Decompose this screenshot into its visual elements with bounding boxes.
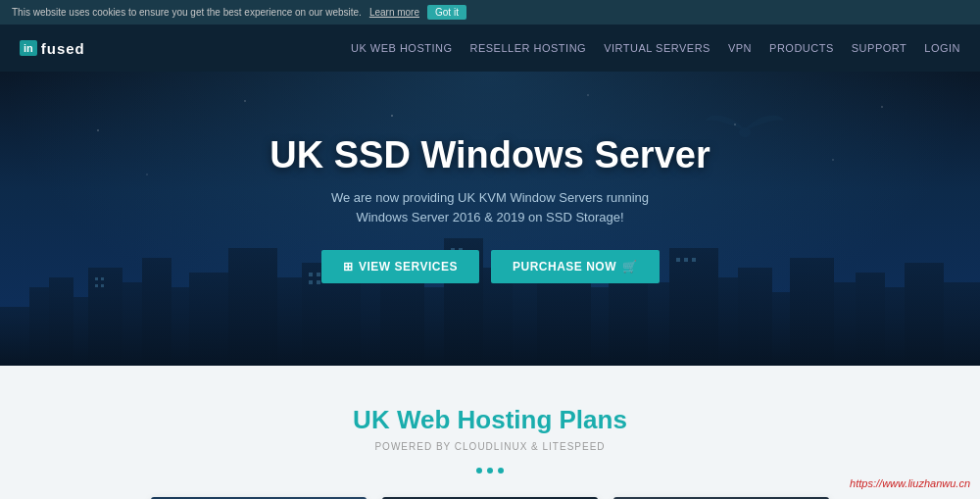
svg-rect-4: [74, 297, 88, 366]
svg-rect-25: [738, 268, 772, 366]
header: in fused UK WEB HOSTING RESELLER HOSTING…: [0, 25, 980, 72]
svg-rect-34: [101, 277, 104, 280]
svg-rect-35: [95, 284, 98, 287]
hero-content: UK SSD Windows Server We are now providi…: [270, 134, 710, 283]
svg-rect-26: [772, 292, 790, 366]
view-services-button[interactable]: ⊞ VIEW SERVICES: [321, 250, 479, 283]
logo-in: in: [20, 40, 37, 56]
svg-rect-18: [513, 282, 537, 366]
svg-rect-32: [944, 282, 980, 366]
watermark: https://www.liuzhanwu.cn: [850, 477, 970, 489]
dot-1: [476, 468, 482, 474]
svg-rect-28: [834, 282, 856, 366]
svg-rect-29: [856, 273, 885, 366]
section-title: UK Web Hosting Plans: [20, 405, 960, 435]
purchase-now-button[interactable]: PURCHASE NOW 🛒: [491, 250, 660, 283]
svg-rect-2: [29, 287, 49, 366]
nav-support[interactable]: SUPPORT: [852, 42, 906, 54]
dot-2: [487, 468, 493, 474]
svg-rect-15: [424, 287, 444, 366]
cookie-text: This website uses cookies to ensure you …: [12, 7, 362, 18]
svg-rect-1: [0, 307, 29, 366]
section-subtitle: POWERED BY CLOUDLINUX & LITESPEED: [20, 441, 960, 452]
svg-rect-31: [905, 263, 944, 366]
svg-rect-13: [361, 282, 380, 366]
main-nav: UK WEB HOSTING RESELLER HOSTING VIRTUAL …: [351, 42, 960, 54]
svg-rect-9: [189, 273, 228, 366]
svg-rect-36: [101, 284, 104, 287]
cookie-accept-button[interactable]: Got it: [427, 5, 466, 20]
svg-rect-11: [277, 277, 302, 366]
nav-uk-web-hosting[interactable]: UK WEB HOSTING: [351, 42, 453, 54]
svg-rect-27: [790, 258, 834, 366]
svg-rect-33: [95, 277, 98, 280]
logo-fused: fused: [41, 40, 85, 57]
dot-3: [498, 468, 504, 474]
svg-rect-6: [122, 282, 142, 366]
nav-reseller-hosting[interactable]: RESELLER HOSTING: [470, 42, 587, 54]
svg-rect-3: [49, 277, 74, 366]
svg-rect-24: [718, 277, 738, 366]
svg-rect-20: [591, 287, 609, 366]
nav-login[interactable]: LOGIN: [924, 42, 960, 54]
hero-buttons: ⊞ VIEW SERVICES PURCHASE NOW 🛒: [270, 250, 710, 283]
nav-vpn[interactable]: VPN: [728, 42, 752, 54]
cart-icon: 🛒: [622, 260, 638, 274]
svg-point-0: [739, 127, 751, 137]
server-icon: ⊞: [343, 260, 354, 274]
nav-virtual-servers[interactable]: VIRTUAL SERVERS: [604, 42, 710, 54]
nav-products[interactable]: PRODUCTS: [769, 42, 834, 54]
bird-decoration: [706, 101, 784, 174]
hero-section: UK SSD Windows Server We are now providi…: [0, 72, 980, 366]
svg-rect-30: [885, 287, 905, 366]
svg-rect-7: [142, 258, 172, 366]
cookie-learn-more[interactable]: Learn more: [369, 7, 419, 18]
svg-rect-5: [88, 268, 122, 366]
hero-subtitle: We are now providing UK KVM Window Serve…: [304, 188, 676, 226]
cookie-bar: This website uses cookies to ensure you …: [0, 0, 980, 25]
dots-decoration: [20, 468, 960, 474]
logo[interactable]: in fused: [20, 40, 85, 57]
svg-rect-8: [172, 287, 189, 366]
hero-title: UK SSD Windows Server: [270, 134, 710, 176]
svg-rect-22: [648, 282, 669, 366]
hosting-plans-section: UK Web Hosting Plans POWERED BY CLOUDLIN…: [0, 366, 980, 499]
